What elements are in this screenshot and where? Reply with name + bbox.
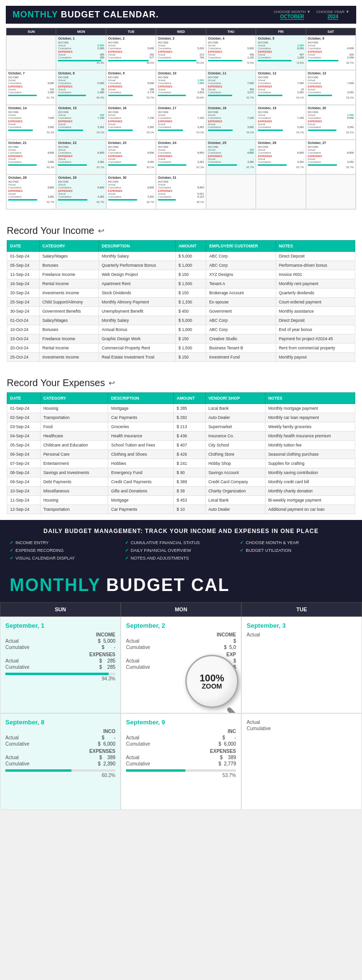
income-cell-5-4: Ex-spouse xyxy=(206,298,276,307)
income-col-description: DESCRIPTION xyxy=(98,241,175,252)
choose-year-label: CHOOSE YEAR ▼ xyxy=(316,10,349,14)
expense-cell-6-2: Hobbies xyxy=(108,459,174,468)
feature-item-3: ✓EXPENSE RECORDING xyxy=(10,548,122,553)
large-date-sep1: September, 1 xyxy=(5,622,115,629)
expense-cell-9-1: Miscellaneous xyxy=(40,487,108,496)
expense-cell-1-4: Auto Dealer xyxy=(205,413,265,422)
choose-month-control[interactable]: CHOOSE MONTH ▼ OCTOBER xyxy=(274,10,310,20)
large-title-rest: BUDGET CAL xyxy=(106,575,230,595)
expense-cell-7-0: 08-Sep-24 xyxy=(7,468,41,477)
day-header-tue: TUE xyxy=(106,28,156,35)
expense-cell-9-2: Gifts and Donations xyxy=(108,487,174,496)
cal-cell-oct29: October, 29 INCOME Actual- Cumulative8,8… xyxy=(56,174,106,209)
expense-col-vendor: VENDOR/ SHOP xyxy=(205,393,265,404)
cal-cell-oct10: October, 10 INCOME Actual1,000 Cumulativ… xyxy=(156,70,206,105)
expense-col-description: DESCRIPTION xyxy=(108,393,174,404)
large-title-monthly: MONTHLY xyxy=(10,575,100,595)
large-calendar-header: MONTHLY BUDGET CAL xyxy=(0,568,362,602)
income-table-row: 20-Oct-24Rental IncomeCommercial Propert… xyxy=(7,344,355,353)
income-cell-5-3: $ 1,330 xyxy=(175,298,206,307)
expense-cell-4-5: Monthly tuition fee xyxy=(265,441,355,450)
expense-col-category: CATEGORY xyxy=(40,393,108,404)
income-cell-3-2: Apartment Rent xyxy=(98,279,175,288)
expense-col-notes: NOTES xyxy=(265,393,355,404)
choose-year-control[interactable]: CHOOSE YEAR ▼ 2024 xyxy=(316,10,349,20)
income-cell-7-4: ABC Corp xyxy=(206,316,276,325)
expense-table-row: 07-Sep-24EntertainmentHobbies$ 241Hobby … xyxy=(7,459,355,468)
income-cell-8-3: $ 1,000 xyxy=(175,325,206,334)
large-date-sep8: September, 8 xyxy=(5,719,115,726)
expense-cell-0-5: Monthly mortgage payment xyxy=(265,404,355,413)
zoom-badge: 100% ZOOM xyxy=(185,655,238,708)
cal-cell-oct16: October, 16 INCOME Actual- Cumulative7,1… xyxy=(106,105,156,140)
income-cell-2-0: 11-Sep-24 xyxy=(7,270,40,279)
small-calendar-section: MONTHLY BUDGET CALENDAR. CHOOSE MONTH ▼ … xyxy=(0,0,362,216)
large-calendar-title: MONTHLY BUDGET CAL xyxy=(10,575,352,595)
income-table-header-row: DATE CATEGORY DESCRIPTION AMOUNT EMPLOYE… xyxy=(7,241,355,252)
expense-cell-11-2: Car Payments xyxy=(108,505,174,514)
cal-cell-empty1 xyxy=(6,35,56,70)
income-cell-9-2: Graphic Design Work xyxy=(98,334,175,344)
income-cell-7-5: Direct Deposit xyxy=(276,316,355,325)
cal-cell-oct14: October, 14 INCOME Actual- Cumulative7,0… xyxy=(6,105,56,140)
income-cell-6-4: Government xyxy=(206,307,276,316)
expense-cell-3-5: Monthly health insurance premium xyxy=(265,432,355,441)
large-row-cumulative-income-sep9: Cumulative $ 6,000 xyxy=(126,741,236,747)
feature-label-3: EXPENSE RECORDING xyxy=(15,548,64,553)
expense-cell-2-1: Food xyxy=(40,422,108,432)
expense-cell-11-3: $ 10 xyxy=(174,505,206,514)
income-cell-8-4: ABC Corp xyxy=(206,325,276,334)
income-col-employer: EMPLOYER/ CUSTOMER xyxy=(206,241,276,252)
expense-cell-10-2: Mortgage xyxy=(108,496,174,505)
income-cell-8-5: End of year bonus xyxy=(276,325,355,334)
income-cell-6-1: Government Benefits xyxy=(39,307,98,316)
large-cal-row1: September, 1 INCOME Actual $ 5,000 Cumul… xyxy=(0,617,362,713)
income-cell-11-1: Investments Income xyxy=(39,353,98,362)
income-cell-2-1: Freelance Income xyxy=(39,270,98,279)
income-cell-7-2: Monthly Salary xyxy=(98,316,175,325)
large-row-cumulative-expense-sep1: Cumulative $ 285 xyxy=(5,664,115,670)
expense-cell-0-0: 01-Sep-24 xyxy=(7,404,41,413)
feature-label-7: NOTES AND ADJUSTMENTS xyxy=(131,556,189,561)
expense-cell-2-5: Weekly family groceries xyxy=(265,422,355,432)
income-col-amount: AMOUNT xyxy=(175,241,206,252)
income-table-row: 16-Sep-24Rental IncomeApartment Rent$ 1,… xyxy=(7,279,355,288)
income-cell-9-1: Freelance Income xyxy=(39,334,98,344)
expense-table-row: 06-Sep-24Personal CareClothing and Shoes… xyxy=(7,450,355,459)
expense-cell-1-1: Transportation xyxy=(40,413,108,422)
feature-item-1: ✓CUMULATIVE FINANCIAL STATUS xyxy=(125,540,237,545)
large-row-cumulative-income-sep1: Cumulative $ - xyxy=(5,645,115,650)
income-cell-2-4: XYZ Designs xyxy=(206,270,276,279)
year-value: 2024 xyxy=(328,14,338,20)
cal-cell-empty2 xyxy=(206,174,256,209)
calendar-header: MONTHLY BUDGET CALENDAR. CHOOSE MONTH ▼ … xyxy=(6,6,356,24)
expense-cell-10-5: Bi-weekly mortgage payment xyxy=(265,496,355,505)
income-cell-4-0: 20-Sep-24 xyxy=(7,288,40,298)
expense-cell-6-3: $ 241 xyxy=(174,459,206,468)
zoom-percentage: 100% xyxy=(199,673,224,683)
income-cell-3-0: 16-Sep-24 xyxy=(7,279,40,288)
title-monthly: MONTHLY xyxy=(13,10,58,19)
expense-arrow-icon: ↩ xyxy=(109,378,115,388)
expense-cell-9-0: 10-Sep-24 xyxy=(7,487,41,496)
feature-item-6: ✓VISUAL CALENDAR DISPLAY xyxy=(10,556,122,561)
expense-cell-8-4: Credit Card Company xyxy=(205,477,265,487)
income-cell-6-3: $ 450 xyxy=(175,307,206,316)
feature-item-0: ✓INCOME ENTRY xyxy=(10,540,122,545)
income-cell-0-2: Monthly Salary xyxy=(98,252,175,261)
expense-table-row: 11-Sep-24HousingMortgage$ 453Local BankB… xyxy=(7,496,355,505)
expense-cell-8-1: Debt Payments xyxy=(40,477,108,487)
large-cell-sep2: September, 2 INCOME Actual $ Cumulative … xyxy=(121,617,241,713)
large-cell-sep3: September, 3 Actual xyxy=(241,617,362,713)
feature-item-7: ✓NOTES AND ADJUSTMENTS xyxy=(125,556,237,561)
expense-title-text: Record Your Expenses xyxy=(7,377,105,389)
feature-item-4: ✓DAILY FINANCIAL OVERVIEW xyxy=(125,548,237,553)
income-cell-8-2: Annual Bonus xyxy=(98,325,175,334)
expense-cell-3-0: 04-Sep-24 xyxy=(7,432,41,441)
expense-cell-4-2: School Tuition and Fees xyxy=(108,441,174,450)
expense-cell-8-2: Credit Card Payments xyxy=(108,477,174,487)
feature-check-7: ✓ xyxy=(125,556,129,561)
cal-cell-oct5: October, 5 INCOME Actual1,000 Cumulative… xyxy=(256,35,306,70)
dark-banner: DAILY BUDGET MANAGEMENT: TRACK YOUR INCO… xyxy=(0,520,362,568)
zoom-handle xyxy=(226,706,241,713)
